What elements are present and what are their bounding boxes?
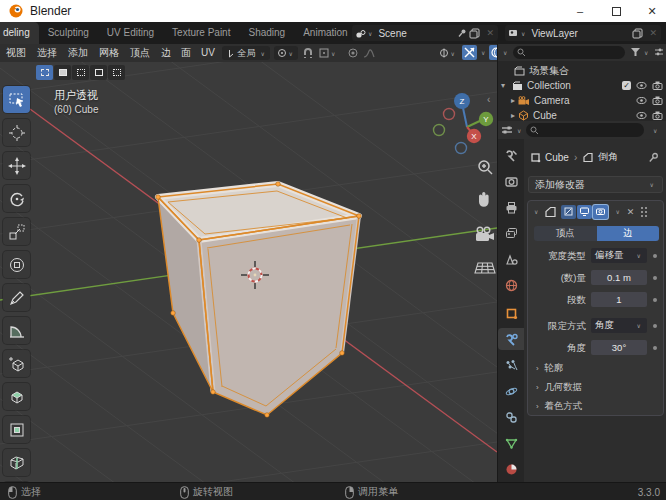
outliner-row-collection[interactable]: ▾ Collection ✓	[498, 78, 666, 93]
gizmo-minus-z[interactable]	[456, 143, 467, 154]
gizmo-minus-x[interactable]	[444, 109, 455, 120]
tool-extrude-region[interactable]	[3, 383, 30, 410]
tool-add-cube[interactable]	[3, 350, 30, 377]
drag-handle-icon[interactable]	[640, 206, 647, 217]
tab-sculpting[interactable]: Sculpting	[39, 22, 98, 44]
unlink-scene-icon[interactable]: ✕	[482, 28, 498, 38]
tool-loop-cut[interactable]	[3, 449, 30, 476]
amount-field[interactable]: 0.1 m	[591, 270, 647, 285]
tab-constraints[interactable]	[498, 406, 524, 428]
affect-edges-button[interactable]: 边	[597, 226, 660, 241]
snap-magnet-icon[interactable]	[303, 48, 313, 59]
tab-world[interactable]	[498, 274, 524, 296]
menu-select[interactable]: 选择	[33, 44, 61, 62]
tool-cursor[interactable]	[3, 119, 30, 146]
tool-select-box[interactable]	[3, 86, 30, 113]
hide-eye-icon[interactable]	[636, 81, 647, 90]
menu-view[interactable]: 视图	[2, 44, 30, 62]
filter-options-icon[interactable]	[654, 47, 664, 57]
row-label[interactable]: Camera	[534, 95, 570, 106]
proportional-editing-icon[interactable]	[348, 48, 358, 58]
expand-icon[interactable]: ▾	[498, 81, 508, 90]
outliner-row-camera[interactable]: ▸ Camera	[498, 93, 666, 108]
tab-output[interactable]	[498, 196, 524, 218]
new-viewlayer-icon[interactable]	[632, 28, 643, 39]
panel-expand-icon[interactable]: ∨	[532, 208, 540, 215]
tab-material[interactable]	[498, 458, 524, 480]
scene-name[interactable]: Scene	[374, 28, 457, 39]
tool-move[interactable]	[3, 152, 30, 179]
menu-add[interactable]: 添加	[64, 44, 92, 62]
pin-icon[interactable]	[457, 28, 467, 38]
toggle-perspective-icon[interactable]	[475, 263, 495, 273]
animate-dot[interactable]	[653, 254, 657, 258]
filter-icon[interactable]	[631, 48, 640, 57]
disable-render-icon[interactable]	[652, 111, 663, 120]
falloff-curve-icon[interactable]	[363, 48, 375, 58]
breadcrumb-object[interactable]: Cube	[545, 152, 569, 163]
viewlayer-name[interactable]: ViewLayer	[527, 28, 630, 39]
viewport-3d[interactable]: Z Y X	[0, 44, 497, 482]
select-mode-invert[interactable]	[90, 65, 107, 80]
tab-physics[interactable]	[498, 380, 524, 402]
snap-target-dropdown[interactable]: ∨	[316, 46, 342, 60]
tab-scene[interactable]	[498, 248, 524, 270]
close-button[interactable]: ✕	[635, 0, 666, 22]
properties-editor-icon[interactable]	[501, 124, 513, 136]
transform-orientation-dropdown[interactable]: 全局 ∨	[222, 46, 270, 60]
toggle-render-display[interactable]	[593, 205, 608, 219]
tab-object-data[interactable]	[498, 432, 524, 454]
animate-dot[interactable]	[653, 324, 657, 328]
menu-face[interactable]: 面	[177, 44, 195, 62]
tab-view-layer[interactable]	[498, 222, 524, 244]
outliner-row-cube[interactable]: ▸ Cube	[498, 108, 666, 121]
outliner-search-input[interactable]	[513, 46, 625, 59]
tab-particles[interactable]	[498, 354, 524, 376]
add-modifier-button[interactable]: 添加修改器 ∨	[528, 176, 663, 193]
outliner-row-scene-collection[interactable]: 场景集合	[498, 63, 666, 78]
disable-render-icon[interactable]	[652, 96, 663, 105]
collapse-icon[interactable]: ▸	[508, 111, 518, 120]
region-collapse-icon[interactable]: ‹	[487, 94, 490, 105]
select-mode-new[interactable]	[36, 65, 53, 80]
select-mode-extend[interactable]	[54, 65, 71, 80]
cube-mesh[interactable]	[156, 182, 362, 418]
tool-annotate[interactable]	[3, 284, 30, 311]
pin-icon[interactable]	[648, 152, 659, 163]
scene-selector[interactable]: ∨ Scene ✕	[352, 25, 498, 41]
menu-vertex[interactable]: 顶点	[126, 44, 154, 62]
tool-transform[interactable]	[3, 251, 30, 278]
show-gizmo-dropdown[interactable]: ∨	[436, 46, 460, 60]
tab-modifiers[interactable]	[498, 328, 525, 350]
menu-uv[interactable]: UV	[197, 44, 219, 62]
remove-viewlayer-icon[interactable]: ✕	[645, 28, 661, 38]
modifier-extras-icon[interactable]: ∨	[613, 208, 621, 215]
tool-scale[interactable]	[3, 218, 30, 245]
tab-texture-paint[interactable]: Texture Paint	[163, 22, 239, 44]
subpanel-profile[interactable]: › 轮廓	[536, 362, 563, 375]
disable-render-icon[interactable]	[652, 81, 663, 90]
tab-modeling[interactable]: deling	[0, 22, 39, 44]
select-mode-subtract[interactable]	[72, 65, 89, 80]
tab-uv-editing[interactable]: UV Editing	[98, 22, 163, 44]
tool-measure[interactable]	[3, 317, 30, 344]
editor-type-chevron-icon[interactable]: ∨	[501, 49, 509, 56]
viewlayer-selector[interactable]: ∨ ViewLayer ✕	[505, 25, 661, 41]
animate-dot[interactable]	[653, 276, 657, 280]
collection-checkbox[interactable]: ✓	[622, 81, 631, 90]
xray-toggle-button[interactable]	[462, 45, 477, 60]
subpanel-shading[interactable]: › 着色方式	[536, 400, 582, 413]
limit-method-dropdown[interactable]: 角度 ∨	[591, 318, 647, 333]
animate-dot[interactable]	[653, 298, 657, 302]
tab-tool[interactable]	[498, 144, 524, 166]
row-label[interactable]: Cube	[533, 110, 557, 121]
tool-inset-faces[interactable]	[3, 416, 30, 443]
breadcrumb-modifier[interactable]: 倒角	[598, 150, 618, 164]
affect-vertices-button[interactable]: 顶点	[534, 226, 597, 241]
tab-object[interactable]	[498, 302, 524, 324]
select-mode-intersect[interactable]	[108, 65, 125, 80]
new-scene-icon[interactable]	[469, 28, 480, 39]
menu-edge[interactable]: 边	[157, 44, 175, 62]
row-label[interactable]: 场景集合	[529, 64, 569, 78]
gizmo-minus-y[interactable]	[434, 125, 445, 136]
